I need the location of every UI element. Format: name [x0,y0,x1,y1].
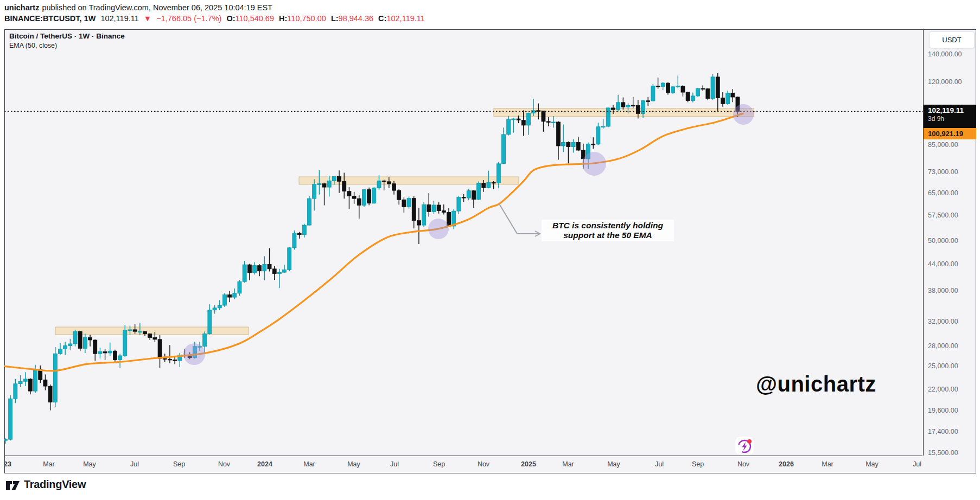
price-tick-label: 57,500.00 [928,211,958,219]
indicator-label: EMA (50, close) [9,42,125,49]
high-label: H: [279,14,287,23]
price-axis-separator [923,29,924,456]
price-tick-label: 28,000.00 [928,342,958,350]
currency-toggle-button[interactable]: USDT [929,31,975,48]
author-name: unichartz [4,3,39,12]
annotation-line1: BTC is consistently holding [542,221,674,230]
price-tick-label: 65,000.00 [928,189,958,197]
time-tick-label: Jul [913,460,921,468]
time-tick-label: May [347,460,360,468]
last-price-tag: 102,119.11 3d 9h [924,105,976,128]
last-price-tag-value: 102,119.11 [928,106,976,114]
watermark: @unichartz [756,372,876,396]
time-tick-label: 2026 [779,460,794,468]
boost-flash-icon[interactable] [735,437,754,455]
time-tick-label: Sep [173,460,185,468]
time-tick-label: Mar [562,460,574,468]
close-value: 102,119.11 [386,14,424,23]
time-axis-separator [4,456,922,456]
low-label: L: [331,14,339,23]
publish-text: published on TradingView.com, November 0… [42,3,272,12]
tradingview-wordmark: TradingView [24,478,86,491]
price-tick-label: 32,000.00 [928,318,958,325]
time-tick-label: Sep [692,460,704,468]
price-tick-label: 25,000.00 [928,362,958,370]
published-chart-page: unichartzpublished on TradingView.com, N… [0,0,980,500]
bar-countdown: 3d 9h [928,115,976,123]
price-tick-label: 50,000.00 [928,237,958,245]
price-tick-label: 19,600.00 [928,407,958,414]
time-tick-label: Nov [218,460,230,468]
price-tick-label: 85,000.00 [928,141,958,149]
direction-down-icon: ▼ [144,14,151,23]
time-tick-label: Mar [303,460,315,468]
time-tick-label: May [866,460,879,468]
annotation-line2: support at the 50 EMA [542,230,674,240]
price-tick-label: 140,000.00 [928,50,962,58]
symbol-ohlc-row: BINANCE:BTCUSDT, 1W 102,119.11 ▼ −1,766.… [4,14,425,23]
price-tick-label: 17,400.00 [928,428,958,435]
time-tick-label: Mar [822,460,833,468]
chart-legend[interactable]: Bitcoin / TetherUS · 1W · Binance EMA (5… [9,32,125,49]
price-tick-label: 15,500.00 [928,449,958,457]
time-tick-label: Jul [655,460,664,468]
symbol-title: Bitcoin / TetherUS · 1W · Binance [9,32,125,40]
tradingview-mark-icon [5,479,20,491]
price-tick-label: 73,000.00 [928,168,958,176]
time-tick-label: Jul [390,460,399,468]
symbol-name: BINANCE:BTCUSDT, 1W [4,14,96,23]
price-tick-label: 44,000.00 [928,260,958,268]
time-tick-label: 2024 [257,460,272,468]
time-tick-label: Sep [433,460,445,468]
last-price: 102,119.11 [100,14,138,23]
time-tick-label: 2025 [521,460,536,468]
publish-info: unichartzpublished on TradingView.com, N… [4,3,272,12]
time-tick-label: Mar [43,460,55,468]
open-value: 110,540.69 [236,14,275,23]
price-change: −1,766.05 (−1.7%) [156,14,221,23]
time-tick-label: 23 [4,460,11,468]
close-label: C: [378,14,386,23]
price-tick-label: 22,000.00 [928,386,958,393]
header: unichartzpublished on TradingView.com, N… [4,2,976,28]
price-tick-label: 38,000.00 [928,287,958,294]
high-value: 110,750.00 [287,14,326,23]
open-label: O: [226,14,235,23]
chart-container[interactable] [4,29,976,473]
time-tick-label: May [607,460,620,468]
chart-annotation[interactable]: BTC is consistently holding support at t… [542,220,674,241]
time-tick-label: May [83,460,96,468]
low-value: 98,944.36 [339,14,374,23]
time-tick-label: Nov [737,460,749,468]
ema-value-tag: 100,921.19 [924,128,976,139]
time-tick-label: Nov [478,460,489,468]
tradingview-logo[interactable]: TradingView [5,478,86,491]
time-tick-label: Jul [130,460,139,468]
price-tick-label: 120,000.00 [928,78,962,86]
